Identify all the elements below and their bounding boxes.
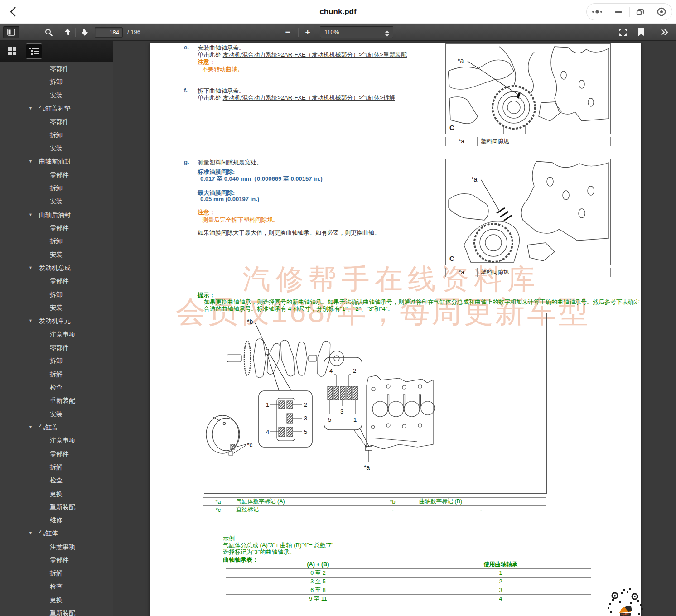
plus-icon: + (305, 27, 310, 37)
outline-item[interactable]: 零部件 (0, 274, 113, 288)
outline-item[interactable]: 拆卸 (0, 75, 113, 88)
outline-item[interactable]: 拆解 (0, 368, 113, 381)
thumbnails-view-button[interactable] (4, 43, 20, 59)
sidebar-toggle-button[interactable] (3, 26, 19, 38)
minimize-icon (614, 10, 623, 13)
outline-item[interactable]: 安装 (0, 89, 113, 102)
minus-icon: − (285, 27, 290, 37)
bearing-diagram-art: *b 1 2 (204, 313, 546, 493)
float-window-button[interactable] (630, 4, 651, 20)
caret-down-icon[interactable]: ▼ (29, 102, 33, 115)
bearing-cell: 4 (410, 595, 591, 603)
zoom-out-button[interactable]: − (282, 24, 294, 41)
outline-item[interactable]: 零部件 (0, 448, 113, 461)
caret-down-icon[interactable]: ▼ (29, 261, 33, 274)
zoom-level-value: 110% (324, 29, 339, 35)
outline-item[interactable]: 重新装配 (0, 606, 113, 616)
outline-item[interactable]: 拆卸 (0, 129, 113, 142)
outline-item-label: 气缸盖 (39, 424, 58, 431)
outline-item-label: 重新装配 (50, 609, 75, 616)
outline-item[interactable]: 拆解 (0, 567, 113, 580)
outline-item[interactable]: 拆卸 (0, 182, 113, 195)
plate-label-1: 1 (266, 401, 269, 408)
outline-item[interactable]: 安装 (0, 408, 113, 421)
sidebar-toggle-icon (7, 29, 15, 36)
more-tools-button[interactable] (657, 24, 672, 41)
outline-item[interactable]: 安装 (0, 142, 113, 155)
col-header-ab: (A) + (B) (226, 560, 410, 569)
toolbar-divider (653, 28, 653, 37)
page-up-button[interactable] (62, 24, 73, 41)
outline-item[interactable]: 零部件 (0, 341, 113, 354)
diagram-label-a: *a (364, 464, 370, 471)
figure1-caption-table: *a 塑料间隙规 (445, 137, 611, 146)
outline-item-label: 零部件 (50, 65, 69, 72)
outline-item-label: 拆解 (50, 371, 63, 378)
watermark-line1: 汽修帮手在线资料库 (242, 260, 540, 298)
plate-label-2: 2 (304, 401, 307, 408)
outline-item[interactable]: 重新装配 (0, 394, 113, 407)
outline-item[interactable]: ▼曲轴后油封 (0, 208, 113, 221)
caret-down-icon[interactable]: ▼ (29, 208, 33, 221)
pdf-toolbar: / 196 − + 110% (0, 24, 676, 41)
page-number-input[interactable] (95, 27, 123, 38)
outline-item[interactable]: 注意事项 (0, 540, 113, 553)
outline-item[interactable]: 拆解 (0, 461, 113, 474)
outline-item-label: 零部件 (50, 344, 69, 351)
table-row: *c 直径标记 - - (203, 506, 546, 514)
outline-item[interactable]: 检查 (0, 381, 113, 394)
outline-item[interactable]: 更换 (0, 487, 113, 500)
record-button[interactable] (651, 4, 672, 20)
outline-item[interactable]: 零部件 (0, 115, 113, 128)
zoom-level-select[interactable]: 110% (320, 26, 393, 38)
click-here-prefix: 单击此处 (198, 51, 223, 58)
outline-list-icon (29, 47, 39, 56)
caret-down-icon[interactable]: ▼ (29, 527, 33, 540)
outline-item[interactable]: 注意事项 (0, 328, 113, 341)
outline-item[interactable]: 拆卸 (0, 288, 113, 301)
outline-item[interactable]: 零部件 (0, 168, 113, 182)
more-options-button[interactable] (587, 4, 608, 20)
bearing-cell: 2 (410, 578, 591, 586)
plate-label-3: 3 (304, 415, 307, 422)
outline-item[interactable]: ▼发动机总成 (0, 261, 113, 274)
svg-text:汽修帮手: 汽修帮手 (621, 613, 629, 616)
outline-item[interactable]: ▼曲轴前油封 (0, 155, 113, 168)
outline-item[interactable]: 零部件 (0, 553, 113, 567)
caret-down-icon[interactable]: ▼ (29, 314, 33, 327)
outline-item[interactable]: ▼气缸盖衬垫 (0, 102, 113, 115)
pdf-viewer-area[interactable]: 汽修帮手在线资料库 会员仅168/年，每周更新车型 e. 安装曲轴轴承盖。 单击… (114, 41, 676, 616)
bookmark-button[interactable] (635, 24, 647, 41)
outline-item[interactable]: 零部件 (0, 62, 113, 75)
zoom-in-button[interactable]: + (302, 24, 314, 41)
range-cell: 3 至 5 (226, 578, 410, 586)
outline-item[interactable]: ▼发动机单元 (0, 314, 113, 327)
outline-item[interactable]: ▼气缸体 (0, 527, 113, 540)
outline-item[interactable]: 重新装配 (0, 500, 113, 514)
search-button[interactable] (43, 24, 54, 41)
outline-item[interactable]: 检查 (0, 474, 113, 487)
outline-item[interactable]: 零部件 (0, 221, 113, 235)
outline-item[interactable]: 安装 (0, 248, 113, 261)
step-f-link[interactable]: 发动机/混合动力系统>2AR-FXE（发动机机械部分）>气缸体>拆解 (223, 94, 395, 101)
figure2-caption-table: *a 塑料间隙规 (445, 268, 611, 277)
outline-item[interactable]: 维修 (0, 514, 113, 527)
page-down-button[interactable] (79, 24, 91, 41)
caret-down-icon[interactable]: ▼ (29, 421, 33, 434)
toolbar-divider (75, 28, 76, 37)
caret-down-icon[interactable]: ▼ (29, 155, 33, 168)
click-here-prefix: 单击此处 (198, 94, 223, 101)
outline-view-button[interactable] (26, 43, 42, 59)
outline-item[interactable]: 检查 (0, 580, 113, 593)
outline-item-label: 气缸体 (39, 529, 58, 537)
outline-item[interactable]: 拆卸 (0, 235, 113, 248)
outline-item[interactable]: 拆卸 (0, 354, 113, 367)
outline-item[interactable]: 更换 (0, 593, 113, 606)
outline-item[interactable]: 安装 (0, 195, 113, 208)
outline-item[interactable]: 安装 (0, 301, 113, 314)
presentation-mode-button[interactable] (617, 24, 629, 41)
step-e-link[interactable]: 发动机/混合动力系统>2AR-FXE（发动机机械部分）>气缸体>重新装配 (223, 51, 407, 58)
outline-item[interactable]: 注意事项 (0, 434, 113, 447)
minimize-button[interactable] (608, 4, 629, 20)
outline-item[interactable]: ▼气缸盖 (0, 421, 113, 434)
